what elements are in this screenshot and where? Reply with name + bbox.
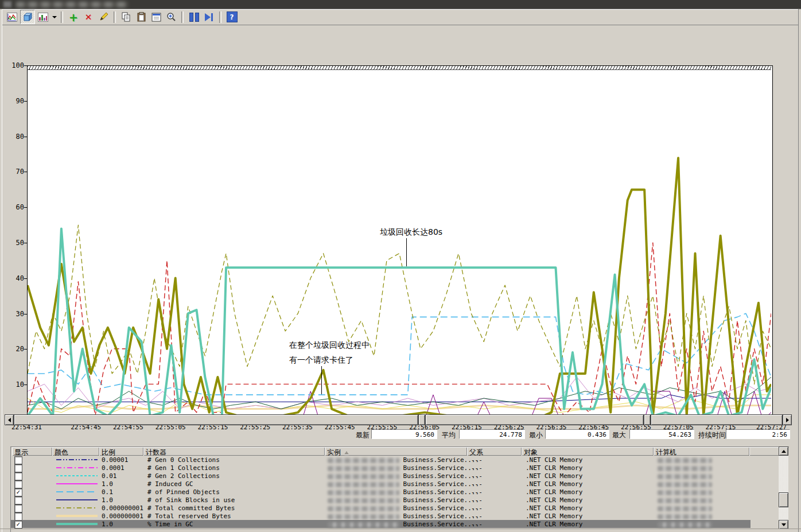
- stat-label: 持续时间: [698, 430, 726, 440]
- freeze-display-button[interactable]: [187, 10, 201, 24]
- column-header-6[interactable]: 对象: [522, 447, 654, 456]
- column-header-5[interactable]: 父系: [467, 447, 522, 456]
- title-bar[interactable]: [0, 0, 801, 9]
- stat-label: 平均: [442, 430, 456, 440]
- y-tick-label: 70: [3, 168, 24, 176]
- computer-name-blurred: [658, 480, 712, 488]
- time-range-segment[interactable]: [14, 414, 418, 425]
- instance-name: Business.Service....: [328, 488, 479, 496]
- column-header-7[interactable]: 计算机: [654, 447, 749, 456]
- perfmon-window: + ✕: [0, 0, 801, 532]
- table-scrollbar[interactable]: [779, 446, 788, 529]
- column-header-0[interactable]: 显示: [12, 447, 52, 456]
- object-name: .NET CLR Memory: [526, 480, 582, 488]
- show-checkbox[interactable]: ✓: [14, 488, 22, 496]
- y-tick-label: 10: [3, 380, 24, 389]
- scale-value: 0.00001: [102, 456, 128, 464]
- table-row[interactable]: 0.00001# Gen 0 Collections Business.Serv…: [11, 456, 789, 464]
- instance-name: Business.Service....: [328, 464, 479, 472]
- table-row[interactable]: 1.0# Induced GC Business.Service....---.…: [11, 480, 789, 488]
- scale-value: 1.0: [102, 480, 113, 488]
- stat-value: 0.436: [545, 429, 609, 439]
- scroll-left-button[interactable]: [5, 414, 14, 425]
- help-button[interactable]: ?: [225, 10, 239, 24]
- time-range-thumb[interactable]: [425, 414, 644, 425]
- color-swatch: [55, 496, 99, 504]
- sort-ascending-icon: [344, 451, 349, 455]
- table-row[interactable]: 0.01# Gen 2 Collections Business.Service…: [11, 472, 789, 480]
- show-checkbox[interactable]: [14, 512, 22, 521]
- view-histogram-icon: [38, 13, 48, 22]
- instance-blurred-prefix: [328, 514, 399, 519]
- update-data-button[interactable]: [202, 10, 216, 24]
- table-bottom-edge: [0, 529, 801, 529]
- scrollbar-thumb[interactable]: [779, 492, 788, 507]
- show-checkbox[interactable]: [14, 464, 22, 472]
- down-arrow-icon: [781, 523, 786, 526]
- column-header-3[interactable]: 计数器: [143, 447, 325, 456]
- toolbar-separator: [181, 11, 184, 23]
- window-frame-right: [798, 9, 801, 532]
- instance-blurred-prefix: [328, 482, 399, 487]
- scale-value: 0.01: [102, 472, 117, 480]
- left-arrow-icon: [8, 418, 11, 422]
- range-handle-left[interactable]: [418, 414, 425, 425]
- show-checkbox[interactable]: [14, 456, 22, 464]
- window-frame-left: [0, 9, 2, 532]
- add-counter-button[interactable]: +: [67, 10, 80, 24]
- scroll-down-button[interactable]: [779, 520, 788, 529]
- table-row[interactable]: 0.0001# Gen 1 Collections Business.Servi…: [11, 464, 789, 472]
- scroll-up-button[interactable]: [779, 446, 788, 456]
- annotation-pointer-line: [321, 366, 322, 394]
- show-checkbox[interactable]: [14, 480, 22, 488]
- view-chart-icon: [7, 13, 17, 22]
- table-row[interactable]: 1.0# of Sink Blocks in use Business.Serv…: [11, 496, 789, 504]
- view-histogram-button[interactable]: [36, 10, 50, 24]
- column-header-4[interactable]: 实例: [325, 447, 467, 456]
- instance-blurred-prefix: [328, 490, 399, 495]
- annotation-text: 垃圾回收长达80s: [380, 227, 442, 238]
- annotation-text: 有一个请求卡住了: [289, 355, 353, 366]
- y-tick-mark: [24, 172, 27, 172]
- color-swatch: [55, 456, 99, 464]
- color-swatch: [55, 480, 99, 488]
- zoom-button[interactable]: [164, 10, 178, 24]
- table-row[interactable]: 0.000000001# Total reserved Bytes Busine…: [11, 512, 789, 520]
- magnifier-plus-icon: [166, 12, 176, 22]
- view-type-dropdown[interactable]: [50, 10, 58, 24]
- view-chart-button[interactable]: [5, 10, 19, 24]
- scroll-right-button[interactable]: [783, 414, 792, 425]
- view-graph-button[interactable]: [20, 10, 35, 24]
- table-row[interactable]: 0.000000001# Total committed Bytes Busin…: [11, 504, 789, 512]
- paste-counter-list-button[interactable]: [134, 10, 148, 24]
- show-checkbox[interactable]: ✓: [14, 521, 22, 529]
- show-checkbox[interactable]: [14, 472, 22, 480]
- table-row[interactable]: ✓1.0% Time in GC Business.Service....---…: [11, 520, 789, 528]
- time-range-segment[interactable]: [651, 414, 783, 425]
- column-header-1[interactable]: 颜色: [52, 447, 99, 456]
- color-swatch: [55, 504, 99, 512]
- scale-value: 1.0: [102, 496, 113, 504]
- column-header-2[interactable]: 比例: [99, 447, 143, 456]
- color-swatch: [55, 488, 99, 496]
- y-tick-label: 100: [3, 61, 24, 69]
- range-handle-right[interactable]: [644, 414, 651, 425]
- copy-properties-button[interactable]: [119, 10, 133, 24]
- pause-icon: [189, 13, 199, 22]
- show-checkbox[interactable]: [14, 496, 22, 504]
- delete-counter-button[interactable]: ✕: [81, 10, 95, 24]
- show-checkbox[interactable]: [14, 504, 22, 512]
- y-tick-label: 40: [3, 274, 24, 282]
- time-range-scrollbar[interactable]: [5, 414, 792, 425]
- table-row[interactable]: ✓0.1# of Pinned Objects Business.Service…: [11, 488, 789, 496]
- color-swatch: [55, 472, 99, 480]
- properties-icon: [151, 13, 161, 22]
- chevron-down-icon: [52, 16, 57, 18]
- y-tick-label: 60: [3, 203, 24, 211]
- highlight-button[interactable]: [96, 10, 110, 24]
- scale-value: 0.000000001: [102, 504, 143, 512]
- stat-label: 最大: [612, 430, 626, 440]
- counter-name: # of Sink Blocks in use: [147, 496, 235, 504]
- properties-button[interactable]: [149, 10, 163, 24]
- parent-value: ---: [471, 456, 483, 464]
